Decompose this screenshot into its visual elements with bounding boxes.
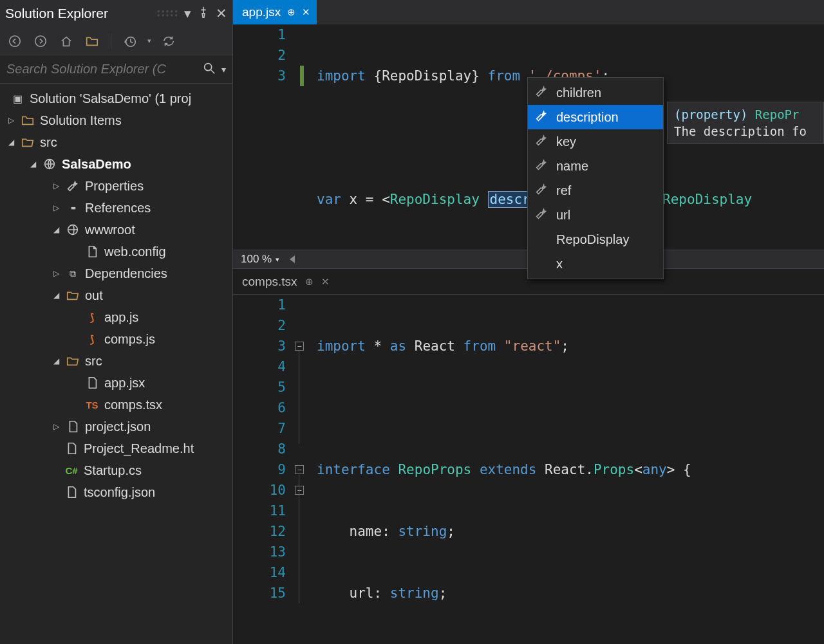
chevron-down-icon: ▾ — [276, 255, 279, 264]
tree-node-comps-js[interactable]: ⟆ comps.js — [0, 328, 232, 350]
folder-icon — [21, 113, 35, 127]
twisty-icon[interactable]: ◢ — [52, 225, 61, 234]
pin-icon[interactable]: ⊕ — [287, 6, 295, 18]
globe-icon — [66, 223, 80, 237]
ts-file-icon: TS — [85, 398, 99, 412]
tree-node-wwwroot[interactable]: ◢ wwwroot — [0, 219, 232, 241]
zoom-level-dropdown[interactable]: 100 % ▾ — [237, 253, 283, 266]
fold-toggle[interactable]: − — [295, 465, 304, 474]
folder-open-icon — [66, 354, 80, 368]
tree-node-properties[interactable]: ▷ Properties — [0, 175, 232, 197]
tree-node-dependencies[interactable]: ▷ ⧉ Dependencies — [0, 262, 232, 284]
tree-node-app-js[interactable]: ⟆ app.js — [0, 306, 232, 328]
code-lines[interactable]: import * as React from "react"; interfac… — [317, 295, 824, 644]
fold-toggle[interactable]: − — [295, 342, 304, 351]
pin-icon[interactable] — [196, 5, 211, 23]
twisty-icon[interactable]: ▷ — [52, 422, 61, 431]
split-arrow-icon[interactable] — [290, 255, 295, 263]
change-marker — [300, 66, 304, 86]
chevron-down-icon[interactable]: ▾ — [147, 37, 151, 45]
search-options-icon[interactable]: ▾ — [221, 64, 226, 75]
twisty-icon[interactable]: ◢ — [52, 291, 61, 300]
close-icon[interactable]: ✕ — [321, 276, 330, 288]
solution-explorer: Solution Explorer ●●●●●●●●●● ▾ ✕ ▾ — [0, 0, 233, 644]
json-file-icon — [66, 419, 80, 434]
intellisense-item[interactable]: RepoDisplay — [528, 227, 663, 252]
tabstrip-top: app.jsx ⊕ ✕ — [233, 0, 824, 24]
wrench-icon — [534, 182, 548, 199]
twisty-icon[interactable]: ◢ — [28, 160, 37, 169]
intellisense-item[interactable]: description — [528, 105, 663, 129]
fold-toggle[interactable]: − — [295, 486, 304, 495]
solution-node[interactable]: ▣ Solution 'SalsaDemo' (1 proj — [0, 87, 232, 109]
tree-node-references[interactable]: ▷ ▪▪ References — [0, 197, 232, 219]
zoom-level-label: 100 % — [241, 253, 272, 266]
home-button[interactable] — [58, 33, 75, 50]
intellisense-item[interactable]: ref — [528, 178, 663, 203]
twisty-icon[interactable]: ▷ — [52, 203, 61, 212]
svg-point-0 — [10, 35, 21, 46]
tree-node-salsa-demo[interactable]: ◢ SalsaDemo — [0, 153, 232, 175]
intellisense-item-label: name — [556, 159, 588, 174]
code-editor-bottom[interactable]: 1234 5678 9101112 131415 − − − import * … — [233, 295, 824, 644]
js-file-icon: ⟆ — [85, 310, 99, 324]
search-icon[interactable] — [202, 61, 216, 78]
tree-node-tsconfig-json[interactable]: tsconfig.json — [0, 481, 232, 503]
wrench-icon — [534, 133, 548, 151]
js-file-icon: ⟆ — [85, 332, 99, 346]
fold-margin: − − − — [295, 295, 309, 644]
folder-button[interactable] — [84, 33, 100, 50]
intellisense-item[interactable]: children — [528, 80, 663, 105]
tree-node-solution-items[interactable]: ▷ Solution Items — [0, 109, 232, 131]
drag-handle[interactable]: ●●●●●●●●●● — [157, 10, 179, 17]
history-button[interactable] — [122, 33, 138, 50]
intellisense-item[interactable]: name — [528, 154, 663, 178]
intellisense-item-label: RepoDisplay — [556, 232, 629, 247]
tab-comps-tsx[interactable]: comps.tsx ⊕ ✕ — [233, 269, 337, 294]
forward-button[interactable] — [32, 33, 49, 50]
toolbar-separator — [111, 33, 111, 49]
tree-node-project-readme[interactable]: Project_Readme.ht — [0, 437, 232, 459]
intellisense-item[interactable]: x — [528, 252, 663, 276]
jsx-file-icon — [85, 376, 99, 390]
editor-area: app.jsx ⊕ ✕ 123 import {RepoDisplay} fro… — [233, 0, 824, 644]
twisty-icon[interactable]: ◢ — [6, 138, 15, 147]
wrench-icon — [66, 179, 80, 193]
wrench-icon — [534, 207, 548, 224]
solution-icon: ▣ — [10, 91, 24, 106]
tree-node-app-jsx[interactable]: app.jsx — [0, 372, 232, 394]
intellisense-item-label: description — [556, 110, 619, 125]
solution-tree[interactable]: ▣ Solution 'SalsaDemo' (1 proj ▷ Solutio… — [0, 84, 232, 644]
twisty-icon[interactable]: ◢ — [52, 356, 61, 365]
dropdown-icon[interactable]: ▾ — [184, 6, 191, 21]
close-icon[interactable]: ✕ — [302, 6, 310, 18]
twisty-icon[interactable]: ▷ — [6, 116, 15, 125]
solution-explorer-title: Solution Explorer — [5, 6, 152, 21]
close-icon[interactable]: ✕ — [216, 6, 227, 21]
tab-app-jsx[interactable]: app.jsx ⊕ ✕ — [233, 0, 317, 24]
sync-button[interactable] — [160, 33, 177, 50]
tree-node-out[interactable]: ◢ out — [0, 284, 232, 306]
pin-icon[interactable]: ⊕ — [305, 276, 314, 288]
tree-node-comps-tsx[interactable]: TS comps.tsx — [0, 394, 232, 416]
tree-node-project-json[interactable]: ▷ project.json — [0, 416, 232, 437]
dependencies-icon: ⧉ — [66, 266, 80, 281]
intellisense-popup[interactable]: childrendescriptionkeynamerefurl RepoDis… — [527, 77, 664, 279]
line-gutter: 123 — [233, 24, 295, 250]
intellisense-item[interactable]: url — [528, 203, 663, 227]
search-input[interactable] — [6, 62, 197, 77]
intellisense-tooltip: (property) RepoPr The description fo — [667, 102, 824, 144]
twisty-icon[interactable]: ▷ — [52, 181, 61, 190]
globe-icon — [42, 157, 57, 171]
json-file-icon — [64, 485, 79, 499]
tree-node-src-inner[interactable]: ◢ src — [0, 350, 232, 372]
tree-node-web-config[interactable]: web.config — [0, 241, 232, 262]
wrench-icon — [534, 84, 548, 102]
svg-point-1 — [35, 35, 46, 46]
back-button[interactable] — [6, 33, 23, 50]
intellisense-item[interactable]: key — [528, 129, 663, 154]
tree-node-startup-cs[interactable]: C# Startup.cs — [0, 459, 232, 481]
tree-node-src[interactable]: ◢ src — [0, 131, 232, 153]
twisty-icon[interactable]: ▷ — [52, 269, 61, 278]
config-file-icon — [85, 244, 99, 259]
